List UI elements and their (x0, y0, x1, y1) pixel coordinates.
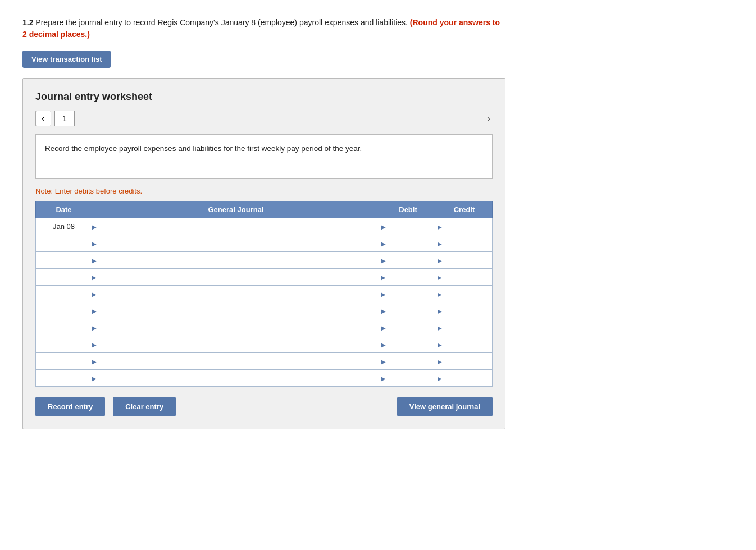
journal-input-7[interactable] (92, 336, 380, 352)
credit-input-3[interactable] (436, 269, 492, 285)
date-cell-0: Jan 08 (36, 218, 92, 235)
clear-entry-button[interactable]: Clear entry (113, 397, 176, 416)
credit-cell-4: ▶ (436, 286, 493, 302)
debit-cell-1: ▶ (380, 235, 436, 252)
table-row: ▶▶▶ (36, 286, 493, 302)
instruction-box: Record the employee payroll expenses and… (35, 134, 493, 179)
journal-input-3[interactable] (92, 269, 380, 285)
worksheet-title: Journal entry worksheet (35, 91, 493, 103)
nav-left: ‹ 1 (35, 111, 75, 126)
date-cell-9 (36, 370, 92, 387)
debit-cell-7: ▶ (380, 336, 436, 353)
debit-input-1[interactable] (380, 235, 436, 251)
table-row: ▶▶▶ (36, 235, 493, 252)
date-cell-5 (36, 302, 92, 319)
journal-cell-4: ▶ (92, 286, 380, 302)
table-row: ▶▶▶ (36, 319, 493, 336)
date-cell-6 (36, 319, 92, 336)
worksheet-container: Journal entry worksheet ‹ 1 › Record the… (22, 78, 505, 429)
debit-cell-4: ▶ (380, 286, 436, 302)
debit-input-0[interactable] (380, 218, 436, 235)
prev-page-button[interactable]: ‹ (35, 111, 51, 126)
journal-input-0[interactable] (92, 218, 380, 235)
page-number: 1 (54, 111, 75, 126)
debit-cell-3: ▶ (380, 269, 436, 286)
next-page-button[interactable]: › (487, 113, 493, 125)
credit-cell-9: ▶ (436, 370, 493, 387)
header-journal: General Journal (92, 201, 380, 218)
nav-row: ‹ 1 › (35, 111, 493, 126)
table-row: Jan 08▶▶▶ (36, 218, 493, 235)
credit-cell-2: ▶ (436, 252, 493, 269)
debit-input-5[interactable] (380, 302, 436, 319)
credit-cell-0: ▶ (436, 218, 493, 235)
table-row: ▶▶▶ (36, 336, 493, 353)
debit-cell-8: ▶ (380, 353, 436, 370)
journal-input-8[interactable] (92, 353, 380, 369)
journal-input-1[interactable] (92, 235, 380, 251)
question-text: 1.2 Prepare the journal entry to record … (22, 17, 505, 40)
journal-input-2[interactable] (92, 252, 380, 268)
header-date: Date (36, 201, 92, 218)
debit-input-3[interactable] (380, 269, 436, 285)
table-row: ▶▶▶ (36, 269, 493, 286)
date-cell-3 (36, 269, 92, 286)
credit-cell-3: ▶ (436, 269, 493, 286)
credit-cell-7: ▶ (436, 336, 493, 353)
journal-cell-1: ▶ (92, 235, 380, 252)
view-general-journal-button[interactable]: View general journal (397, 397, 493, 416)
debit-cell-5: ▶ (380, 302, 436, 319)
credit-input-9[interactable] (436, 370, 492, 386)
journal-input-4[interactable] (92, 286, 380, 302)
question-number: 1.2 (22, 18, 33, 27)
credit-cell-5: ▶ (436, 302, 493, 319)
credit-input-1[interactable] (436, 235, 492, 251)
credit-input-8[interactable] (436, 353, 492, 369)
record-entry-button[interactable]: Record entry (35, 397, 105, 416)
debit-input-7[interactable] (380, 336, 436, 352)
debit-input-4[interactable] (380, 286, 436, 302)
journal-cell-9: ▶ (92, 370, 380, 387)
journal-cell-8: ▶ (92, 353, 380, 370)
journal-input-9[interactable] (92, 370, 380, 386)
date-cell-7 (36, 336, 92, 353)
table-row: ▶▶▶ (36, 302, 493, 319)
debit-input-9[interactable] (380, 370, 436, 386)
journal-cell-7: ▶ (92, 336, 380, 353)
credit-input-4[interactable] (436, 286, 492, 302)
journal-input-5[interactable] (92, 302, 380, 319)
view-transaction-button[interactable]: View transaction list (22, 51, 111, 68)
debit-cell-9: ▶ (380, 370, 436, 387)
debit-cell-2: ▶ (380, 252, 436, 269)
table-row: ▶▶▶ (36, 252, 493, 269)
debit-input-6[interactable] (380, 319, 436, 336)
date-cell-4 (36, 286, 92, 302)
journal-table: Date General Journal Debit Credit Jan 08… (35, 201, 493, 387)
debit-input-2[interactable] (380, 252, 436, 268)
table-row: ▶▶▶ (36, 353, 493, 370)
credit-input-0[interactable] (436, 218, 492, 235)
debit-cell-0: ▶ (380, 218, 436, 235)
journal-cell-2: ▶ (92, 252, 380, 269)
table-row: ▶▶▶ (36, 370, 493, 387)
note-text: Note: Enter debits before credits. (35, 187, 493, 195)
credit-cell-6: ▶ (436, 319, 493, 336)
header-credit: Credit (436, 201, 493, 218)
buttons-row: Record entry Clear entry View general jo… (35, 397, 493, 416)
journal-input-6[interactable] (92, 319, 380, 336)
date-cell-1 (36, 235, 92, 252)
journal-cell-0: ▶ (92, 218, 380, 235)
date-cell-2 (36, 252, 92, 269)
journal-cell-5: ▶ (92, 302, 380, 319)
debit-cell-6: ▶ (380, 319, 436, 336)
credit-input-5[interactable] (436, 302, 492, 319)
credit-cell-8: ▶ (436, 353, 493, 370)
date-cell-8 (36, 353, 92, 370)
instruction-text: Record the employee payroll expenses and… (45, 144, 362, 153)
credit-input-7[interactable] (436, 336, 492, 352)
credit-input-6[interactable] (436, 319, 492, 336)
debit-input-8[interactable] (380, 353, 436, 369)
journal-cell-3: ▶ (92, 269, 380, 286)
credit-input-2[interactable] (436, 252, 492, 268)
header-debit: Debit (380, 201, 436, 218)
